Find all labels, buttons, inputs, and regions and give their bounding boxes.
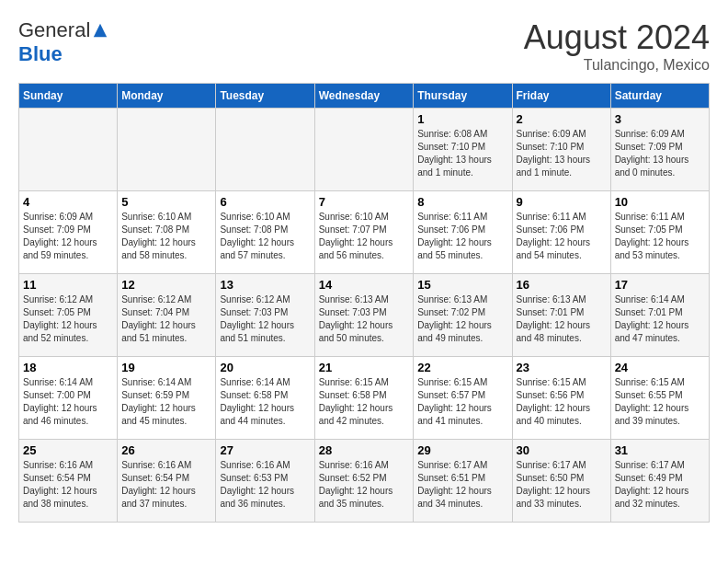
day-number: 22 — [417, 361, 507, 374]
day-number: 15 — [417, 278, 507, 292]
day-info: Sunrise: 6:12 AMSunset: 7:03 PMDaylight:… — [220, 293, 310, 345]
day-number: 9 — [517, 195, 607, 209]
day-info: Sunrise: 6:10 AMSunset: 7:08 PMDaylight:… — [220, 211, 310, 262]
day-info: Sunrise: 6:11 AMSunset: 7:05 PMDaylight:… — [615, 211, 705, 262]
calendar-day-cell: 5Sunrise: 6:10 AMSunset: 7:08 PMDaylight… — [118, 191, 216, 274]
calendar-day-cell: 11Sunrise: 6:12 AMSunset: 7:05 PMDayligh… — [19, 274, 118, 357]
day-number: 8 — [417, 195, 507, 209]
day-info: Sunrise: 6:10 AMSunset: 7:07 PMDaylight:… — [319, 211, 410, 262]
calendar-day-cell: 16Sunrise: 6:13 AMSunset: 7:01 PMDayligh… — [512, 274, 610, 357]
day-number: 28 — [319, 443, 410, 457]
logo: General Blue — [18, 18, 108, 66]
day-info: Sunrise: 6:09 AMSunset: 7:10 PMDaylight:… — [517, 128, 607, 179]
weekday-header-friday: Friday — [512, 84, 610, 109]
calendar-day-cell: 18Sunrise: 6:14 AMSunset: 7:00 PMDayligh… — [19, 357, 118, 440]
day-info: Sunrise: 6:15 AMSunset: 6:56 PMDaylight:… — [517, 376, 607, 428]
calendar-day-cell: 24Sunrise: 6:15 AMSunset: 6:55 PMDayligh… — [610, 357, 709, 440]
day-number: 11 — [23, 278, 113, 292]
calendar-day-cell: 22Sunrise: 6:15 AMSunset: 6:57 PMDayligh… — [414, 357, 512, 440]
day-info: Sunrise: 6:14 AMSunset: 7:00 PMDaylight:… — [23, 376, 113, 428]
weekday-header-monday: Monday — [118, 84, 216, 109]
day-number: 23 — [517, 361, 607, 374]
calendar-day-cell: 30Sunrise: 6:17 AMSunset: 6:50 PMDayligh… — [512, 440, 610, 523]
calendar-day-cell: 10Sunrise: 6:11 AMSunset: 7:05 PMDayligh… — [610, 191, 709, 274]
day-number: 16 — [517, 278, 607, 292]
calendar-table: SundayMondayTuesdayWednesdayThursdayFrid… — [18, 83, 710, 523]
calendar-day-cell: 27Sunrise: 6:16 AMSunset: 6:53 PMDayligh… — [216, 440, 314, 523]
calendar-day-cell: 29Sunrise: 6:17 AMSunset: 6:51 PMDayligh… — [414, 440, 512, 523]
day-info: Sunrise: 6:13 AMSunset: 7:01 PMDaylight:… — [517, 293, 607, 345]
weekday-header-thursday: Thursday — [414, 84, 512, 109]
calendar-day-cell: 8Sunrise: 6:11 AMSunset: 7:06 PMDaylight… — [414, 191, 512, 274]
calendar-day-cell: 25Sunrise: 6:16 AMSunset: 6:54 PMDayligh… — [19, 440, 118, 523]
calendar-day-cell: 26Sunrise: 6:16 AMSunset: 6:54 PMDayligh… — [118, 440, 216, 523]
calendar-day-cell: 4Sunrise: 6:09 AMSunset: 7:09 PMDaylight… — [19, 191, 118, 274]
calendar-day-cell: 7Sunrise: 6:10 AMSunset: 7:07 PMDaylight… — [314, 191, 414, 274]
day-number: 2 — [517, 112, 607, 126]
calendar-day-cell: 17Sunrise: 6:14 AMSunset: 7:01 PMDayligh… — [610, 274, 709, 357]
calendar-week-row: 11Sunrise: 6:12 AMSunset: 7:05 PMDayligh… — [19, 274, 710, 357]
day-info: Sunrise: 6:13 AMSunset: 7:02 PMDaylight:… — [417, 293, 507, 345]
day-info: Sunrise: 6:16 AMSunset: 6:53 PMDaylight:… — [220, 459, 310, 511]
calendar-day-cell: 21Sunrise: 6:15 AMSunset: 6:58 PMDayligh… — [314, 357, 414, 440]
day-number: 7 — [319, 195, 410, 209]
calendar-day-cell: 9Sunrise: 6:11 AMSunset: 7:06 PMDaylight… — [512, 191, 610, 274]
day-number: 17 — [615, 278, 705, 292]
day-info: Sunrise: 6:17 AMSunset: 6:50 PMDaylight:… — [517, 459, 607, 511]
calendar-day-cell: 13Sunrise: 6:12 AMSunset: 7:03 PMDayligh… — [216, 274, 314, 357]
location-subtitle: Tulancingo, Mexico — [524, 57, 710, 74]
weekday-header-wednesday: Wednesday — [314, 84, 414, 109]
logo-icon — [92, 22, 108, 39]
day-info: Sunrise: 6:13 AMSunset: 7:03 PMDaylight:… — [319, 293, 410, 345]
day-number: 21 — [319, 361, 410, 374]
day-number: 10 — [615, 195, 705, 209]
calendar-week-row: 18Sunrise: 6:14 AMSunset: 7:00 PMDayligh… — [19, 357, 710, 440]
day-info: Sunrise: 6:16 AMSunset: 6:52 PMDaylight:… — [319, 459, 410, 511]
svg-marker-0 — [94, 24, 107, 37]
empty-day-cell — [19, 109, 118, 191]
day-number: 26 — [121, 443, 211, 457]
day-info: Sunrise: 6:11 AMSunset: 7:06 PMDaylight:… — [517, 211, 607, 262]
day-info: Sunrise: 6:17 AMSunset: 6:51 PMDaylight:… — [417, 459, 507, 511]
day-info: Sunrise: 6:11 AMSunset: 7:06 PMDaylight:… — [417, 211, 507, 262]
calendar-week-row: 1Sunrise: 6:08 AMSunset: 7:10 PMDaylight… — [19, 109, 710, 191]
day-info: Sunrise: 6:09 AMSunset: 7:09 PMDaylight:… — [23, 211, 113, 262]
day-number: 12 — [121, 278, 211, 292]
calendar-day-cell: 14Sunrise: 6:13 AMSunset: 7:03 PMDayligh… — [314, 274, 414, 357]
weekday-header-sunday: Sunday — [19, 84, 118, 109]
title-block: August 2024 Tulancingo, Mexico — [524, 18, 710, 74]
weekday-header-row: SundayMondayTuesdayWednesdayThursdayFrid… — [19, 84, 710, 109]
day-info: Sunrise: 6:16 AMSunset: 6:54 PMDaylight:… — [23, 459, 113, 511]
day-info: Sunrise: 6:15 AMSunset: 6:58 PMDaylight:… — [319, 376, 410, 428]
day-number: 18 — [23, 361, 113, 374]
month-year-title: August 2024 — [524, 18, 710, 57]
calendar-day-cell: 20Sunrise: 6:14 AMSunset: 6:58 PMDayligh… — [216, 357, 314, 440]
day-number: 29 — [417, 443, 507, 457]
day-number: 1 — [417, 112, 507, 126]
weekday-header-saturday: Saturday — [610, 84, 709, 109]
day-number: 6 — [220, 195, 310, 209]
day-number: 19 — [121, 361, 211, 374]
day-number: 4 — [23, 195, 113, 209]
logo-general-text: General — [18, 18, 90, 42]
day-info: Sunrise: 6:10 AMSunset: 7:08 PMDaylight:… — [121, 211, 211, 262]
day-info: Sunrise: 6:12 AMSunset: 7:05 PMDaylight:… — [23, 293, 113, 345]
day-info: Sunrise: 6:17 AMSunset: 6:49 PMDaylight:… — [615, 459, 705, 511]
day-number: 24 — [615, 361, 705, 374]
day-number: 13 — [220, 278, 310, 292]
calendar-day-cell: 12Sunrise: 6:12 AMSunset: 7:04 PMDayligh… — [118, 274, 216, 357]
day-number: 14 — [319, 278, 410, 292]
day-number: 20 — [220, 361, 310, 374]
empty-day-cell — [118, 109, 216, 191]
calendar-day-cell: 2Sunrise: 6:09 AMSunset: 7:10 PMDaylight… — [512, 109, 610, 191]
empty-day-cell — [314, 109, 414, 191]
day-info: Sunrise: 6:15 AMSunset: 6:55 PMDaylight:… — [615, 376, 705, 428]
calendar-day-cell: 19Sunrise: 6:14 AMSunset: 6:59 PMDayligh… — [118, 357, 216, 440]
day-info: Sunrise: 6:15 AMSunset: 6:57 PMDaylight:… — [417, 376, 507, 428]
calendar-day-cell: 31Sunrise: 6:17 AMSunset: 6:49 PMDayligh… — [610, 440, 709, 523]
calendar-week-row: 4Sunrise: 6:09 AMSunset: 7:09 PMDaylight… — [19, 191, 710, 274]
calendar-day-cell: 6Sunrise: 6:10 AMSunset: 7:08 PMDaylight… — [216, 191, 314, 274]
calendar-day-cell: 3Sunrise: 6:09 AMSunset: 7:09 PMDaylight… — [610, 109, 709, 191]
day-info: Sunrise: 6:14 AMSunset: 6:59 PMDaylight:… — [121, 376, 211, 428]
weekday-header-tuesday: Tuesday — [216, 84, 314, 109]
